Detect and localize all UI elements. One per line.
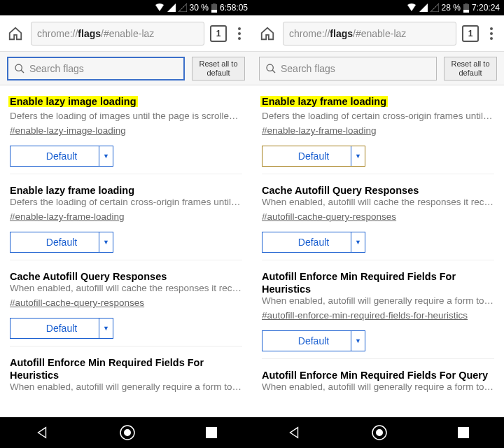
flag-title: Enable lazy image loading xyxy=(10,96,136,107)
flag-desc: When enabled, autofill will generally re… xyxy=(262,382,494,392)
screen-left: 30 % 6:58:05 chrome://flags/#enable-laz … xyxy=(0,0,252,448)
flag-select[interactable]: Default▼ xyxy=(10,318,113,339)
flag-desc: When enabled, autofill will generally re… xyxy=(10,382,242,392)
search-row: Search flags Reset all to default xyxy=(0,52,252,85)
chevron-down-icon: ▼ xyxy=(99,318,113,338)
status-bar: 30 % 6:58:05 xyxy=(0,0,252,15)
battery-icon xyxy=(211,4,217,13)
flags-list[interactable]: Enable lazy image loadingDefers the load… xyxy=(0,85,252,417)
tab-count[interactable]: 1 xyxy=(210,25,227,42)
flag-anchor[interactable]: #enable-lazy-image-loading xyxy=(10,125,126,136)
flags-list[interactable]: Enable lazy frame loadingDefers the load… xyxy=(252,85,504,417)
flag-select-value: Default xyxy=(46,237,77,248)
recents-icon[interactable] xyxy=(457,426,470,439)
search-icon xyxy=(14,63,25,74)
flag-anchor[interactable]: #enable-lazy-frame-loading xyxy=(10,211,125,222)
flag-desc: Defers the loading of certain cross-orig… xyxy=(262,111,494,121)
svg-point-14 xyxy=(376,429,383,436)
svg-rect-1 xyxy=(211,10,217,13)
battery-percent: 30 % xyxy=(190,3,209,13)
flag-desc: Defers the loading of certain cross-orig… xyxy=(10,197,242,207)
flag-desc: Defers the loading of images until the p… xyxy=(10,111,242,121)
flag-title: Autofill Enforce Min Required Fields For… xyxy=(10,357,204,381)
flag-select[interactable]: Default▼ xyxy=(10,232,113,253)
search-input[interactable]: Search flags xyxy=(7,57,185,80)
wifi-icon xyxy=(407,4,416,12)
flag-anchor[interactable]: #autofill-cache-query-responses xyxy=(10,298,144,308)
flag-select[interactable]: Default▼ xyxy=(10,146,113,167)
url-prefix: chrome:// xyxy=(37,28,78,39)
search-icon xyxy=(265,63,276,74)
battery-icon xyxy=(463,4,469,13)
flag-anchor[interactable]: #enable-lazy-frame-loading xyxy=(262,125,377,136)
screen-right: 28 % 7:20:24 chrome://flags/#enable-laz … xyxy=(252,0,504,448)
svg-point-6 xyxy=(124,429,131,436)
signal-icon-2 xyxy=(430,4,439,12)
svg-point-3 xyxy=(15,64,22,71)
url-suffix: /#enable-laz xyxy=(353,28,406,39)
svg-line-12 xyxy=(272,70,275,73)
search-input[interactable]: Search flags xyxy=(259,57,437,80)
search-placeholder: Search flags xyxy=(29,63,84,74)
omnibox[interactable]: chrome://flags/#enable-laz xyxy=(283,22,456,46)
flag-title: Cache Autofill Query Responses xyxy=(10,271,167,282)
flag-item: Cache Autofill Query ResponsesWhen enabl… xyxy=(262,174,494,260)
reset-button[interactable]: Reset all to default xyxy=(444,57,497,80)
flag-title: Enable lazy frame loading xyxy=(10,185,134,196)
flag-title: Cache Autofill Query Responses xyxy=(262,185,419,196)
flag-title: Autofill Enforce Min Required Fields For… xyxy=(262,271,456,295)
flag-title: Autofill Enforce Min Required Fields For… xyxy=(262,370,488,381)
flag-item: Enable lazy frame loadingDefers the load… xyxy=(262,85,494,174)
chevron-down-icon: ▼ xyxy=(99,146,113,166)
nav-bar xyxy=(252,417,504,448)
flag-desc: When enabled, autofill will cache the re… xyxy=(262,197,494,207)
home-button[interactable] xyxy=(258,24,277,43)
flag-anchor[interactable]: #autofill-cache-query-responses xyxy=(262,211,396,222)
flag-select-value: Default xyxy=(298,335,329,346)
signal-icon xyxy=(419,4,428,12)
omnibox[interactable]: chrome://flags/#enable-laz xyxy=(31,22,204,46)
home-button[interactable] xyxy=(6,24,25,43)
url-bold: flags xyxy=(78,28,101,39)
flag-desc: When enabled, autofill will cache the re… xyxy=(10,283,242,293)
svg-rect-10 xyxy=(465,4,468,4)
flag-select[interactable]: Default▼ xyxy=(262,146,365,167)
tab-count[interactable]: 1 xyxy=(462,25,479,42)
flag-anchor[interactable]: #autofill-enforce-min-required-fields-fo… xyxy=(262,310,468,321)
menu-button[interactable] xyxy=(232,27,246,40)
flag-select-value: Default xyxy=(46,150,77,162)
url-suffix: /#enable-laz xyxy=(101,28,154,39)
status-bar: 28 % 7:20:24 xyxy=(252,0,504,15)
omnibox-row: chrome://flags/#enable-laz 1 xyxy=(252,15,504,52)
chevron-down-icon: ▼ xyxy=(351,146,365,166)
clock: 7:20:24 xyxy=(472,3,500,13)
home-icon[interactable] xyxy=(371,424,388,441)
nav-bar xyxy=(0,417,252,448)
search-placeholder: Search flags xyxy=(281,63,335,74)
svg-rect-15 xyxy=(458,427,469,438)
url-prefix: chrome:// xyxy=(289,28,330,39)
menu-button[interactable] xyxy=(484,27,498,40)
flag-desc: When enabled, autofill will generally re… xyxy=(262,295,494,306)
flag-select-value: Default xyxy=(298,150,329,162)
home-icon[interactable] xyxy=(119,424,136,441)
svg-rect-9 xyxy=(463,10,469,13)
chevron-down-icon: ▼ xyxy=(351,232,365,252)
signal-icon-2 xyxy=(178,4,187,12)
omnibox-row: chrome://flags/#enable-laz 1 xyxy=(0,15,252,52)
flag-item: Cache Autofill Query ResponsesWhen enabl… xyxy=(10,260,242,346)
recents-icon[interactable] xyxy=(205,426,218,439)
flag-select[interactable]: Default▼ xyxy=(262,330,365,351)
flag-title: Enable lazy frame loading xyxy=(262,96,386,107)
flag-select-value: Default xyxy=(46,323,77,334)
svg-rect-7 xyxy=(206,427,217,438)
search-row: Search flags Reset all to default xyxy=(252,52,504,85)
back-icon[interactable] xyxy=(286,425,302,440)
url-bold: flags xyxy=(330,28,353,39)
flag-select[interactable]: Default▼ xyxy=(262,232,365,253)
back-icon[interactable] xyxy=(34,425,50,440)
chevron-down-icon: ▼ xyxy=(351,331,365,351)
svg-line-4 xyxy=(21,70,24,73)
reset-button[interactable]: Reset all to default xyxy=(192,57,245,80)
flag-select-value: Default xyxy=(298,237,329,248)
